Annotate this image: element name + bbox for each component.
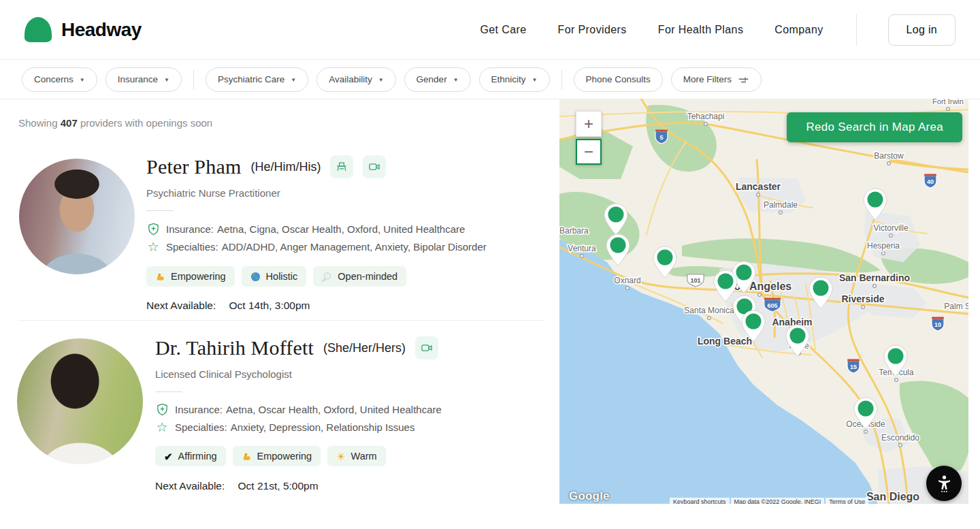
next-available-value: Oct 14th, 3:00pm: [229, 300, 310, 311]
results-summary-suffix: providers with openings soon: [80, 117, 212, 129]
insurance-list: Aetna, Cigna, Oscar Health, Oxford, Unit…: [217, 223, 465, 235]
specialties-star-icon: ☆: [146, 240, 160, 253]
map-label: San Diego: [866, 491, 919, 502]
trait-badge-label: Empowering: [257, 451, 312, 462]
filter-gender-label: Gender: [416, 74, 447, 84]
map-label: Fort Irwin: [932, 99, 964, 106]
headway-wordmark: Headway: [61, 19, 142, 41]
map-label: Santa Monica: [684, 306, 734, 315]
map-attribution-item[interactable]: Keyboard shortcuts: [670, 498, 730, 504]
highway-number: 605: [767, 302, 777, 309]
chevron-down-icon: ▼: [532, 77, 538, 83]
filter-phone-consults-label: Phone Consults: [586, 74, 651, 84]
nav-for-health-plans[interactable]: For Health Plans: [658, 24, 744, 36]
highway-number: 40: [927, 178, 934, 185]
highway-number: 10: [934, 321, 941, 328]
specialties-label: Specialties:: [175, 421, 227, 433]
in-person-chair-icon: [330, 155, 353, 178]
filter-availability-label: Availability: [329, 74, 372, 84]
insurance-label: Insurance:: [166, 223, 214, 235]
map-label: Santa Barbara: [559, 226, 589, 236]
filter-divider: [193, 69, 194, 90]
provider-name[interactable]: Dr. Tahirih Moffett: [155, 336, 314, 359]
specialties-list: ADD/ADHD, Anger Management, Anxiety, Bip…: [222, 241, 487, 253]
accessibility-widget-button[interactable]: [926, 466, 962, 501]
chevron-down-icon: ▼: [378, 77, 384, 83]
filter-psychiatric-care[interactable]: Psychiatric Care ▼: [206, 67, 308, 92]
divider: [146, 210, 174, 211]
filter-gender[interactable]: Gender ▼: [404, 67, 471, 92]
specialties-star-icon: ☆: [155, 421, 169, 434]
highway-shield: 10: [932, 317, 944, 332]
headway-provider-search-page: Headway Get Care For Providers For Healt…: [0, 0, 980, 529]
filter-ethnicity[interactable]: Ethnicity ▼: [479, 67, 550, 92]
insurance-shield-icon: [155, 403, 169, 416]
nav-company[interactable]: Company: [774, 24, 823, 36]
trait-badge: Empowering: [233, 446, 321, 466]
map-label: Oxnard: [614, 276, 640, 285]
provider-card[interactable]: Peter Pham (He/Him/His) Psychiatric Nurs…: [146, 155, 487, 312]
video-session-icon: [415, 336, 438, 359]
muscle-icon: [155, 272, 165, 282]
nav-get-care[interactable]: Get Care: [480, 24, 526, 36]
map-label: Riverside: [841, 293, 884, 304]
map-city-dot: [581, 255, 584, 258]
provider-pronouns: (He/Him/His): [250, 160, 321, 174]
trait-badge: Empowering: [146, 266, 235, 287]
google-map[interactable]: Fort IrwinTehachapiBarstowLancasterPalmd…: [559, 99, 968, 504]
filter-insurance-label: Insurance: [118, 74, 158, 84]
map-city-dot: [864, 430, 868, 434]
globe-icon: [250, 272, 261, 282]
accessibility-person-icon: [935, 474, 953, 493]
results-summary: Showing 407 providers with openings soon: [18, 117, 212, 129]
map-attribution-item[interactable]: Terms of Use: [826, 498, 868, 504]
insurance-shield-icon: [146, 223, 160, 236]
map-city-dot: [899, 444, 902, 447]
insurance-label: Insurance:: [175, 404, 223, 415]
specialties-label: Specialties:: [166, 241, 218, 253]
trait-badge-label: Empowering: [171, 271, 226, 282]
map-zoom-in-button[interactable]: +: [576, 111, 602, 137]
map-label: Palmdale: [764, 200, 798, 210]
map-zoom-out-button[interactable]: −: [576, 139, 602, 165]
specialties-list: Anxiety, Depression, Relationship Issues: [231, 421, 415, 433]
google-logo: Google: [569, 490, 610, 503]
results-count: 407: [61, 117, 78, 129]
filter-availability[interactable]: Availability ▼: [316, 67, 395, 92]
filter-concerns-label: Concerns: [34, 74, 74, 84]
filter-insurance[interactable]: Insurance ▼: [105, 67, 182, 92]
map-city-dot: [947, 108, 950, 111]
header-nav: Get Care For Providers For Health Plans …: [480, 14, 956, 46]
headway-logo-icon: [24, 17, 52, 42]
chevron-down-icon: ▼: [164, 77, 169, 83]
more-filters-button[interactable]: More Filters: [671, 67, 762, 92]
map-attribution-item[interactable]: Map data ©2022 Google, INEGI: [731, 498, 825, 504]
map-label: Victorville: [873, 223, 908, 233]
provider-photo[interactable]: [17, 338, 143, 464]
nav-for-providers[interactable]: For Providers: [558, 24, 627, 36]
trait-badge: Holistic: [242, 266, 307, 287]
chevron-down-icon: ▼: [80, 77, 85, 83]
map-city-dot: [887, 162, 891, 165]
filter-concerns[interactable]: Concerns ▼: [22, 67, 97, 92]
results-summary-prefix: Showing: [18, 117, 58, 129]
map-label: Escondido: [881, 433, 919, 443]
filter-phone-consults[interactable]: Phone Consults: [574, 67, 663, 92]
check-icon: ✔: [164, 451, 173, 462]
provider-card[interactable]: Dr. Tahirih Moffett (She/Her/Hers) Licen…: [155, 336, 442, 492]
insurance-list: Aetna, Oscar Health, Oxford, United Heal…: [226, 404, 442, 415]
login-button[interactable]: Log in: [888, 14, 956, 46]
redo-search-button[interactable]: Redo Search in Map Area: [787, 112, 962, 142]
provider-name[interactable]: Peter Pham: [146, 155, 241, 178]
headway-brand[interactable]: Headway: [24, 17, 142, 42]
provider-pronouns: (She/Her/Hers): [323, 341, 406, 355]
provider-photo[interactable]: [19, 159, 135, 274]
highway-shield: 15: [847, 359, 860, 374]
map-city-dot: [862, 306, 865, 309]
chevron-down-icon: ▼: [453, 77, 459, 83]
chevron-down-icon: ▼: [291, 77, 296, 83]
next-available-value: Oct 21st, 5:00pm: [238, 480, 318, 492]
muscle-icon: [242, 451, 252, 462]
sun-icon: ☀: [336, 451, 345, 462]
map-label: Palm Springs: [944, 302, 968, 311]
